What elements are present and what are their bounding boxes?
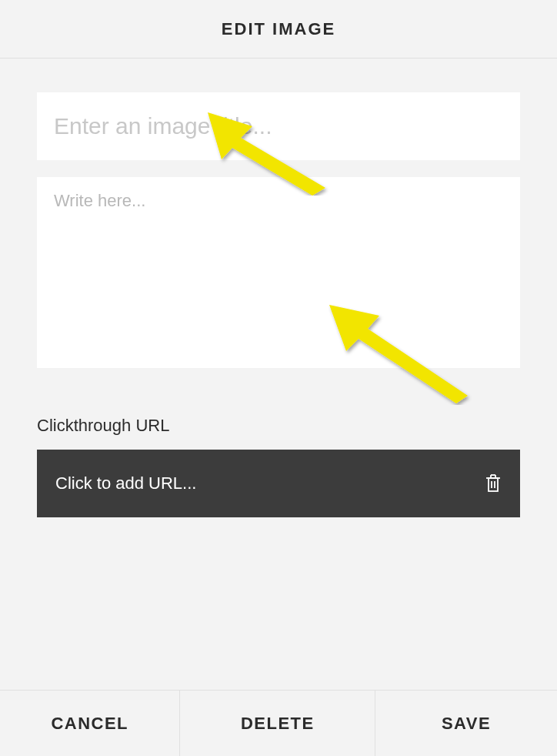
clickthrough-label: Clickthrough URL [37, 416, 520, 436]
svg-marker-7 [208, 112, 325, 196]
modal-header: EDIT IMAGE [0, 0, 557, 59]
modal-footer: CANCEL DELETE SAVE [0, 690, 557, 756]
delete-button[interactable]: DELETE [180, 691, 375, 756]
save-button[interactable]: SAVE [375, 691, 557, 756]
svg-rect-4 [489, 478, 498, 491]
clickthrough-url-field[interactable]: Click to add URL... [37, 450, 520, 517]
annotation-arrow-icon [322, 297, 475, 405]
modal-body: Clickthrough URL Click to add URL... [0, 59, 557, 690]
svg-marker-8 [329, 305, 468, 403]
annotation-arrow-icon [198, 103, 337, 196]
trash-icon[interactable] [485, 473, 502, 493]
cancel-button[interactable]: CANCEL [0, 691, 180, 756]
modal-title: EDIT IMAGE [222, 19, 335, 39]
clickthrough-url-placeholder: Click to add URL... [55, 473, 196, 493]
